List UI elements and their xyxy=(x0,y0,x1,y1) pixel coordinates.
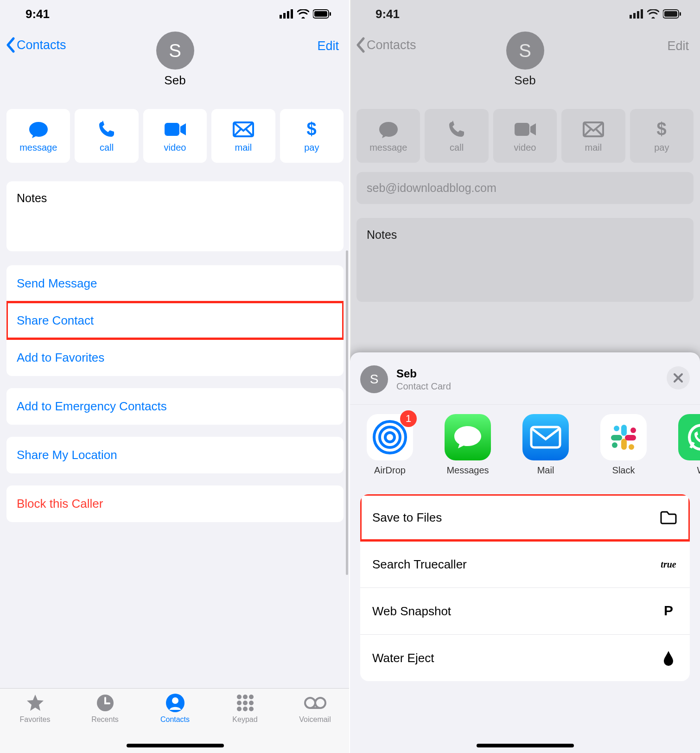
chevron-left-icon xyxy=(356,37,366,53)
search-truecaller-item[interactable]: Search Truecaller true xyxy=(360,541,690,587)
status-bar: 9:41 xyxy=(0,0,350,28)
tab-voicemail[interactable]: Voicemail xyxy=(280,693,350,753)
mail-button[interactable]: mail xyxy=(561,109,625,163)
status-icons xyxy=(630,9,681,19)
emergency-list: Add to Emergency Contacts xyxy=(6,388,344,425)
app-label: Slack xyxy=(612,465,635,476)
tab-bar: Favorites Recents Contacts Keypad Voicem… xyxy=(0,688,350,753)
svg-rect-40 xyxy=(611,435,622,440)
back-button[interactable]: Contacts xyxy=(6,37,66,53)
actions-list: Send Message Share Contact Add to Favori… xyxy=(6,265,344,376)
svg-point-22 xyxy=(305,698,315,708)
action-label: Save to Files xyxy=(372,511,442,525)
clock-icon xyxy=(95,693,115,713)
back-label: Contacts xyxy=(367,38,416,52)
back-button[interactable]: Contacts xyxy=(356,37,416,53)
svg-rect-39 xyxy=(621,425,627,436)
edit-button[interactable]: Edit xyxy=(317,39,339,53)
whatsapp-icon xyxy=(678,414,700,460)
email-row[interactable]: seb@idownloadblog.com xyxy=(356,172,694,204)
app-label: Messages xyxy=(446,465,489,476)
share-actions-list: Save to Files Search Truecaller true Web… xyxy=(360,494,690,681)
wifi-icon xyxy=(647,9,659,19)
mail-button[interactable]: mail xyxy=(211,109,275,163)
svg-point-45 xyxy=(629,444,634,450)
app-label: W xyxy=(697,465,700,476)
close-button[interactable] xyxy=(667,366,690,389)
tab-favorites[interactable]: Favorites xyxy=(0,693,70,753)
phone-icon xyxy=(447,119,466,140)
p-icon: P xyxy=(659,602,678,620)
svg-rect-41 xyxy=(621,439,627,450)
avatar[interactable]: S xyxy=(506,32,544,70)
send-message-item[interactable]: Send Message xyxy=(6,265,344,302)
svg-rect-30 xyxy=(664,11,677,17)
whatsapp-app[interactable]: W xyxy=(674,414,700,476)
slack-icon xyxy=(600,414,647,460)
cellular-icon xyxy=(280,9,293,19)
svg-point-16 xyxy=(237,701,242,705)
svg-point-44 xyxy=(612,442,617,448)
home-indicator[interactable] xyxy=(477,744,574,747)
notes-card[interactable]: Notes xyxy=(6,181,344,251)
star-icon xyxy=(25,693,45,713)
phone-right: 9:41 Contacts Edit S Seb message call vi… xyxy=(350,0,700,753)
tab-label: Keypad xyxy=(232,715,257,724)
action-label: call xyxy=(100,142,114,153)
action-row: message call video mail $ pay xyxy=(350,109,700,163)
scroll-indicator[interactable] xyxy=(346,250,348,575)
svg-rect-3 xyxy=(291,9,293,19)
edit-button[interactable]: Edit xyxy=(667,39,689,53)
action-label: message xyxy=(369,142,407,153)
call-button[interactable]: call xyxy=(75,109,138,163)
message-button[interactable]: message xyxy=(6,109,70,163)
share-location-item[interactable]: Share My Location xyxy=(6,437,344,473)
avatar[interactable]: S xyxy=(156,32,194,70)
messages-app[interactable]: Messages xyxy=(440,414,496,476)
pay-button[interactable]: $ pay xyxy=(280,109,344,163)
home-indicator[interactable] xyxy=(127,744,224,747)
pay-button[interactable]: $ pay xyxy=(630,109,694,163)
wifi-icon xyxy=(297,9,309,19)
add-emergency-item[interactable]: Add to Emergency Contacts xyxy=(6,388,344,425)
share-apps-row[interactable]: 1 AirDrop Messages Mail xyxy=(350,404,700,480)
airdrop-app[interactable]: 1 AirDrop xyxy=(362,414,418,476)
action-label: mail xyxy=(235,142,252,153)
mail-app[interactable]: Mail xyxy=(518,414,573,476)
dollar-icon: $ xyxy=(306,119,317,140)
slack-app[interactable]: Slack xyxy=(596,414,651,476)
share-contact-item[interactable]: Share Contact xyxy=(6,302,344,339)
back-label: Contacts xyxy=(17,38,66,52)
message-button[interactable]: message xyxy=(356,109,420,163)
video-button[interactable]: video xyxy=(493,109,557,163)
video-button[interactable]: video xyxy=(143,109,207,163)
truecaller-icon: true xyxy=(659,555,678,574)
block-caller-item[interactable]: Block this Caller xyxy=(6,485,344,522)
messages-icon xyxy=(445,414,491,460)
action-label: Water Eject xyxy=(372,651,434,665)
video-icon xyxy=(164,119,187,140)
video-icon xyxy=(514,119,537,140)
web-snapshot-item[interactable]: Web Snapshot P xyxy=(360,587,690,634)
app-label: AirDrop xyxy=(374,465,406,476)
drop-icon xyxy=(659,649,678,667)
svg-rect-26 xyxy=(633,13,636,19)
svg-text:P: P xyxy=(664,604,673,618)
call-button[interactable]: call xyxy=(425,109,488,163)
status-icons xyxy=(280,9,331,19)
notes-card[interactable]: Notes xyxy=(356,218,694,302)
location-list: Share My Location xyxy=(6,437,344,473)
water-eject-item[interactable]: Water Eject xyxy=(360,634,690,681)
add-favorites-item[interactable]: Add to Favorites xyxy=(6,339,344,376)
tab-label: Voicemail xyxy=(299,715,331,724)
save-to-files-item[interactable]: Save to Files xyxy=(360,494,690,541)
airdrop-badge: 1 xyxy=(400,410,417,427)
battery-icon xyxy=(313,9,331,19)
svg-rect-6 xyxy=(330,12,331,16)
svg-point-36 xyxy=(380,427,400,447)
svg-point-19 xyxy=(237,707,242,711)
keypad-icon xyxy=(235,693,255,713)
status-time: 9:41 xyxy=(25,7,50,21)
status-bar: 9:41 xyxy=(350,0,700,28)
tab-label: Favorites xyxy=(20,715,51,724)
